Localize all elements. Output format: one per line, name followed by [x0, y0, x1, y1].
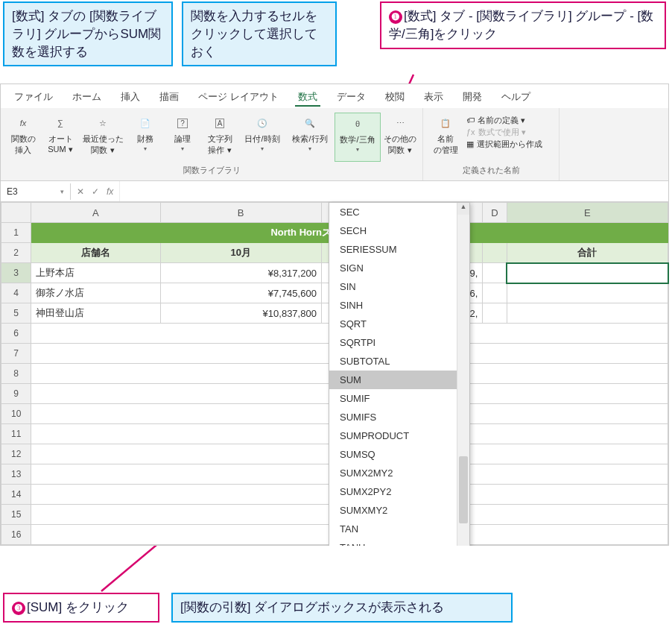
scroll-thumb[interactable] — [459, 456, 468, 523]
lookup-button[interactable]: 🔍 検索/行列 ▾ — [287, 113, 333, 162]
hdr-store[interactable]: 店舗名 — [31, 243, 160, 263]
dropdown-item-tan[interactable]: TAN — [329, 520, 457, 538]
datetime-chev: ▾ — [261, 145, 264, 152]
col-A[interactable]: A — [31, 203, 160, 223]
recent-label2: 関数 ▾ — [91, 145, 114, 156]
row-3[interactable]: 3 — [1, 263, 31, 283]
dropdown-item-sqrtpi[interactable]: SQRTPI — [329, 333, 457, 352]
enter-icon[interactable]: ✓ — [92, 186, 99, 197]
dropdown-item-sumsq[interactable]: SUMSQ — [329, 445, 457, 464]
tab-formulas[interactable]: 数式 — [295, 89, 320, 107]
dropdown-item-sqrt[interactable]: SQRT — [329, 315, 457, 333]
row-16[interactable]: 16 — [1, 525, 31, 545]
cell-B3[interactable]: ¥8,317,200 — [160, 263, 321, 283]
row-11[interactable]: 11 — [1, 424, 31, 444]
col-B[interactable]: B — [160, 203, 321, 223]
dropdown-item-sumif[interactable]: SUMIF — [329, 389, 457, 408]
scroll-up-arrow-icon[interactable]: ▲ — [457, 203, 469, 215]
financial-button[interactable]: 📄 財務 ▾ — [127, 113, 163, 162]
row-15[interactable]: 15 — [1, 505, 31, 525]
dropdown-item-sin[interactable]: SIN — [329, 277, 457, 296]
define-name-button[interactable]: 🏷 名前の定義 ▾ — [465, 114, 554, 126]
row-12[interactable]: 12 — [1, 444, 31, 464]
dropdown-item-sum[interactable]: SUM — [329, 371, 457, 389]
formula-bar-row: E3 ▾ ✕ ✓ fx — [1, 181, 668, 202]
fx-icon-bar[interactable]: fx — [107, 186, 113, 197]
tab-home[interactable]: ホーム — [69, 89, 104, 107]
cell-E5[interactable] — [507, 303, 668, 324]
tab-pagelayout[interactable]: ページ レイアウト — [195, 89, 282, 107]
tab-data[interactable]: データ — [334, 89, 369, 107]
hdr-oct[interactable]: 10月 — [160, 243, 321, 263]
row-2[interactable]: 2 — [1, 243, 31, 263]
dropdown-item-sumxmy2[interactable]: SUMXMY2 — [329, 501, 457, 520]
text-button[interactable]: A 文字列 操作 ▾ — [202, 113, 238, 162]
callout-step-1: ❶[数式] タブ - [関数ライブラリ] グループ - [数学/三角]をクリック — [380, 1, 666, 49]
row-4[interactable]: 4 — [1, 283, 31, 303]
recent-functions-button[interactable]: ☆ 最近使った 関数 ▾ — [80, 113, 126, 162]
hdr-blank[interactable] — [483, 243, 507, 263]
dropdown-item-seriessum[interactable]: SERIESSUM — [329, 240, 457, 259]
dropdown-item-sumx2my2[interactable]: SUMX2MY2 — [329, 464, 457, 482]
datetime-button[interactable]: 🕓 日付/時刻 ▾ — [239, 113, 285, 162]
dropdown-item-sign[interactable]: SIGN — [329, 259, 457, 277]
cell-B5[interactable]: ¥10,837,800 — [160, 303, 321, 324]
dropdown-item-sumifs[interactable]: SUMIFS — [329, 408, 457, 426]
tab-review[interactable]: 校閲 — [382, 89, 408, 107]
dropdown-item-sinh[interactable]: SINH — [329, 296, 457, 315]
tab-view[interactable]: 表示 — [421, 89, 446, 107]
logical-button[interactable]: ? 論理 ▾ — [165, 113, 200, 162]
cell-E3-selected[interactable] — [507, 263, 668, 283]
row-1[interactable]: 1 — [1, 223, 31, 243]
more-functions-button[interactable]: ⋯ その他の 関数 ▾ — [382, 113, 418, 162]
autosum-button[interactable]: ∑ オート SUM ▾ — [42, 113, 78, 162]
define-name-label: 名前の定義 ▾ — [478, 115, 525, 126]
cell-E4[interactable] — [507, 283, 668, 303]
cell-D5[interactable] — [483, 303, 507, 324]
row-13[interactable]: 13 — [1, 464, 31, 485]
excel-window: ファイル ホーム 挿入 描画 ページ レイアウト 数式 データ 校閲 表示 開発… — [0, 84, 669, 546]
cell-A3[interactable]: 上野本店 — [31, 263, 160, 283]
name-mgr-label2: の管理 — [434, 145, 458, 156]
dropdown-item-sumproduct[interactable]: SUMPRODUCT — [329, 426, 457, 445]
row-7[interactable]: 7 — [1, 344, 31, 364]
insert-function-button[interactable]: fx 関数の 挿入 — [5, 113, 41, 162]
text-label1: 文字列 — [208, 133, 232, 145]
row-5[interactable]: 5 — [1, 303, 31, 324]
dropdown-item-subtotal[interactable]: SUBTOTAL — [329, 352, 457, 371]
lookup-label1: 検索/行列 — [292, 133, 327, 145]
select-all-corner[interactable] — [1, 203, 31, 223]
formula-input[interactable] — [119, 181, 668, 201]
use-in-formula-button[interactable]: ƒx 数式で使用 ▾ — [465, 126, 554, 138]
tab-help[interactable]: ヘルプ — [498, 89, 533, 107]
col-D[interactable]: D — [483, 203, 507, 223]
cell-D4[interactable] — [483, 283, 507, 303]
row-8[interactable]: 8 — [1, 364, 31, 384]
dropdown-item-tanh[interactable]: TANH — [329, 538, 457, 546]
col-E[interactable]: E — [507, 203, 668, 223]
row-9[interactable]: 9 — [1, 384, 31, 404]
cell-A4[interactable]: 御茶ノ水店 — [31, 283, 160, 303]
name-manager-button[interactable]: 📋 名前 の管理 — [428, 113, 463, 162]
dropdown-item-sumx2py2[interactable]: SUMX2PY2 — [329, 482, 457, 501]
name-box[interactable]: E3 ▾ — [1, 183, 71, 200]
mathtrig-chev: ▾ — [356, 146, 359, 153]
dropdown-scrollbar[interactable]: ▲ ▼ — [457, 203, 469, 546]
cancel-icon[interactable]: ✕ — [77, 186, 84, 197]
cell-A5[interactable]: 神田登山店 — [31, 303, 160, 324]
tab-file[interactable]: ファイル — [11, 89, 56, 107]
create-from-selection-button[interactable]: ▦ 選択範囲から作成 — [465, 138, 554, 150]
math-trig-button[interactable]: θ 数学/三角 ▾ — [335, 113, 381, 162]
hdr-total[interactable]: 合計 — [507, 243, 668, 263]
cell-D3[interactable] — [483, 263, 507, 283]
row-6[interactable]: 6 — [1, 324, 31, 344]
cell-B4[interactable]: ¥7,745,600 — [160, 283, 321, 303]
tab-draw[interactable]: 描画 — [156, 89, 182, 107]
row-10[interactable]: 10 — [1, 404, 31, 424]
chevron-down-icon: ▾ — [60, 188, 64, 195]
dropdown-item-sec[interactable]: SEC — [329, 203, 457, 221]
dropdown-item-sech[interactable]: SECH — [329, 221, 457, 240]
tab-developer[interactable]: 開発 — [460, 89, 485, 107]
row-14[interactable]: 14 — [1, 485, 31, 505]
tab-insert[interactable]: 挿入 — [118, 89, 143, 107]
